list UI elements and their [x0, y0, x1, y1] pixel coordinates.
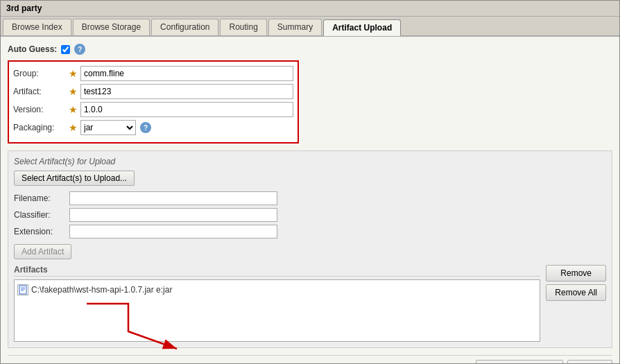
artifact-required-star: ★ — [69, 86, 78, 97]
window-title: 3rd party — [6, 3, 42, 13]
title-bar: 3rd party — [1, 1, 619, 17]
tab-browse-storage[interactable]: Browse Storage — [73, 19, 150, 35]
tab-artifact-upload[interactable]: Artifact Upload — [323, 19, 401, 36]
file-icon — [17, 284, 28, 295]
remove-all-button[interactable]: Remove All — [546, 284, 606, 301]
upload-artifacts-button[interactable]: Upload Artifact(s) — [476, 360, 563, 363]
select-section-title: Select Artifact(s) for Upload — [14, 157, 606, 166]
filename-row: Filename: — [14, 191, 606, 205]
classifier-row: Classifier: — [14, 208, 606, 222]
tab-browse-index[interactable]: Browse Index — [3, 19, 71, 35]
filename-label: Filename: — [14, 193, 69, 203]
group-input[interactable] — [80, 66, 293, 81]
help-icon-packaging[interactable]: ? — [140, 122, 151, 133]
content-area: Auto Guess: ? Group: ★ Artifact: ★ Versi… — [1, 37, 619, 363]
form-section: Group: ★ Artifact: ★ Version: ★ Packagin… — [8, 60, 299, 144]
auto-guess-row: Auto Guess: ? — [8, 44, 612, 55]
version-label: Version: — [13, 105, 69, 114]
select-artifacts-section: Select Artifact(s) for Upload Select Art… — [8, 150, 612, 348]
version-input[interactable] — [80, 102, 293, 117]
extension-label: Extension: — [14, 227, 69, 236]
tab-configuration[interactable]: Configuration — [151, 19, 218, 35]
packaging-select[interactable]: jar war ear pom zip — [80, 120, 136, 135]
packaging-label: Packaging: — [13, 123, 69, 132]
artifacts-container: Artifacts C:\fakepath\ — [14, 265, 540, 342]
extension-input[interactable] — [69, 225, 277, 239]
packaging-row: Packaging: ★ jar war ear pom zip ? — [13, 120, 293, 135]
group-label: Group: — [13, 69, 69, 78]
artifact-label: Artifact: — [13, 87, 69, 96]
filename-input[interactable] — [69, 191, 277, 205]
classifier-input[interactable] — [69, 208, 277, 222]
group-required-star: ★ — [69, 68, 78, 79]
tab-summary[interactable]: Summary — [268, 19, 322, 35]
artifact-path: C:\fakepath\wst-hsm-api-1.0.7.jar e:jar — [31, 285, 172, 295]
classifier-label: Classifier: — [14, 210, 69, 220]
artifact-input[interactable] — [80, 84, 293, 99]
extension-row: Extension: — [14, 225, 606, 239]
artifact-row: Artifact: ★ — [13, 84, 293, 99]
version-required-star: ★ — [69, 104, 78, 115]
artifacts-title: Artifacts — [14, 265, 540, 277]
help-icon-auto-guess[interactable]: ? — [74, 44, 85, 55]
artifacts-section: Artifacts C:\fakepath\ — [14, 265, 606, 342]
remove-button[interactable]: Remove — [546, 265, 606, 281]
auto-guess-label: Auto Guess: — [8, 44, 57, 54]
tab-routing[interactable]: Routing — [220, 19, 266, 35]
group-row: Group: ★ — [13, 66, 293, 81]
bottom-buttons: Upload Artifact(s) Reset — [8, 355, 612, 363]
artifacts-box: C:\fakepath\wst-hsm-api-1.0.7.jar e:jar — [14, 279, 540, 342]
reset-button[interactable]: Reset — [567, 360, 612, 363]
select-artifacts-button[interactable]: Select Artifact(s) to Upload... — [14, 171, 135, 186]
version-row: Version: ★ — [13, 102, 293, 117]
packaging-required-star: ★ — [69, 122, 78, 133]
red-arrow-icon — [73, 297, 198, 352]
add-artifact-button[interactable]: Add Artifact — [14, 244, 71, 259]
artifact-item: C:\fakepath\wst-hsm-api-1.0.7.jar e:jar — [17, 283, 537, 297]
arrow-area — [17, 297, 537, 338]
svg-rect-0 — [19, 286, 26, 294]
auto-guess-checkbox[interactable] — [61, 45, 70, 54]
main-window: 3rd party Browse Index Browse Storage Co… — [0, 0, 620, 364]
artifact-action-buttons: Remove Remove All — [546, 265, 606, 342]
tab-bar: Browse Index Browse Storage Configuratio… — [1, 17, 619, 37]
